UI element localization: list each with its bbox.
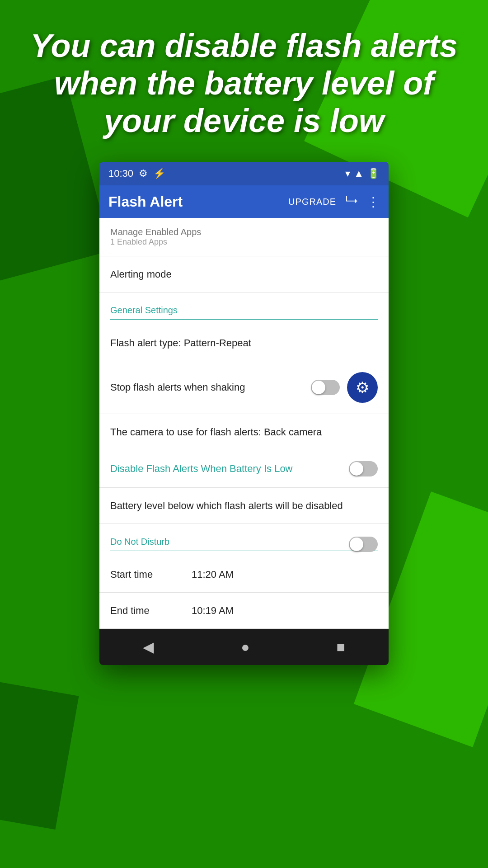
do-not-disturb-title: Do Not Disturb (110, 537, 378, 551)
flash-alert-type-item[interactable]: Flash alert type: Pattern-Repeat (99, 325, 389, 361)
disable-flash-battery-item[interactable]: Disable Flash Alerts When Battery Is Low (99, 450, 389, 488)
recent-button[interactable]: ■ (337, 639, 345, 656)
disable-flash-battery-label: Disable Flash Alerts When Battery Is Low (110, 463, 349, 475)
battery-level-label: Battery level below which flash alerts w… (110, 500, 378, 512)
general-settings-title: General Settings (110, 305, 378, 320)
home-button[interactable]: ● (241, 639, 249, 656)
app-bar-actions: UPGRADE ⮡ ⋮ (288, 194, 380, 209)
stop-flash-shaking-label: Stop flash alerts when shaking (110, 382, 311, 393)
status-time: 10:30 (108, 168, 133, 179)
upgrade-button[interactable]: UPGRADE (288, 197, 336, 207)
gear-icon: ⚙ (356, 378, 369, 396)
start-time-value: 11:20 AM (192, 569, 234, 580)
manage-subtitle: 1 Enabled Apps (110, 237, 378, 247)
stop-flash-shaking-toggle[interactable] (311, 380, 340, 395)
battery-icon: 🔋 (367, 168, 380, 179)
toggle-track (311, 380, 340, 395)
manage-enabled-apps-item[interactable]: Manage Enabled Apps 1 Enabled Apps (99, 218, 389, 256)
more-options-button[interactable]: ⋮ (367, 194, 380, 209)
alerting-mode-label: Alerting mode (110, 269, 378, 280)
do-not-disturb-toggle[interactable] (349, 537, 378, 552)
flash-alert-type-label: Flash alert type: Pattern-Repeat (110, 337, 378, 349)
app-title: Flash Alert (108, 193, 288, 210)
nav-bar: ◀ ● ■ (99, 629, 389, 665)
status-bar: 10:30 ⚙ ⚡ ▾ ▲ 🔋 (99, 162, 389, 185)
toggle-track-battery (349, 461, 378, 476)
hero-text: You can disable flash alerts when the ba… (0, 0, 488, 162)
do-not-disturb-header-section: Do Not Disturb (99, 524, 389, 557)
camera-flash-label: The camera to use for flash alerts: Back… (110, 426, 378, 438)
share-button[interactable]: ⮡ (345, 194, 358, 209)
end-time-label: End time (110, 605, 192, 617)
toggle-thumb-battery (350, 462, 363, 476)
wifi-icon: ▾ (345, 168, 350, 179)
alerting-mode-item[interactable]: Alerting mode (99, 256, 389, 292)
manage-title: Manage Enabled Apps (110, 227, 378, 237)
camera-flash-item[interactable]: The camera to use for flash alerts: Back… (99, 414, 389, 450)
general-settings-header: General Settings (99, 292, 389, 325)
status-bar-left: 10:30 ⚙ ⚡ (108, 168, 165, 179)
toggle-thumb (312, 381, 325, 394)
battery-level-item[interactable]: Battery level below which flash alerts w… (99, 488, 389, 524)
status-bar-right: ▾ ▲ 🔋 (345, 168, 380, 179)
app-bar: Flash Alert UPGRADE ⮡ ⋮ (99, 185, 389, 218)
start-time-item[interactable]: Start time 11:20 AM (99, 557, 389, 593)
settings-content: Manage Enabled Apps 1 Enabled Apps Alert… (99, 218, 389, 629)
toggle-thumb-dnd (350, 538, 363, 551)
phone-mockup: 10:30 ⚙ ⚡ ▾ ▲ 🔋 Flash Alert UPGRADE ⮡ ⋮ … (99, 162, 389, 665)
toggle-track-dnd (349, 537, 378, 552)
settings-icon: ⚙ (139, 168, 148, 179)
flash-icon: ⚡ (153, 168, 165, 179)
stop-flash-shaking-item[interactable]: Stop flash alerts when shaking ⚙ (99, 361, 389, 414)
back-button[interactable]: ◀ (143, 638, 154, 656)
end-time-item[interactable]: End time 10:19 AM (99, 593, 389, 629)
end-time-value: 10:19 AM (192, 605, 234, 617)
signal-icon: ▲ (354, 168, 364, 179)
start-time-label: Start time (110, 569, 192, 580)
shaking-settings-button[interactable]: ⚙ (347, 372, 378, 403)
disable-flash-battery-toggle[interactable] (349, 461, 378, 476)
